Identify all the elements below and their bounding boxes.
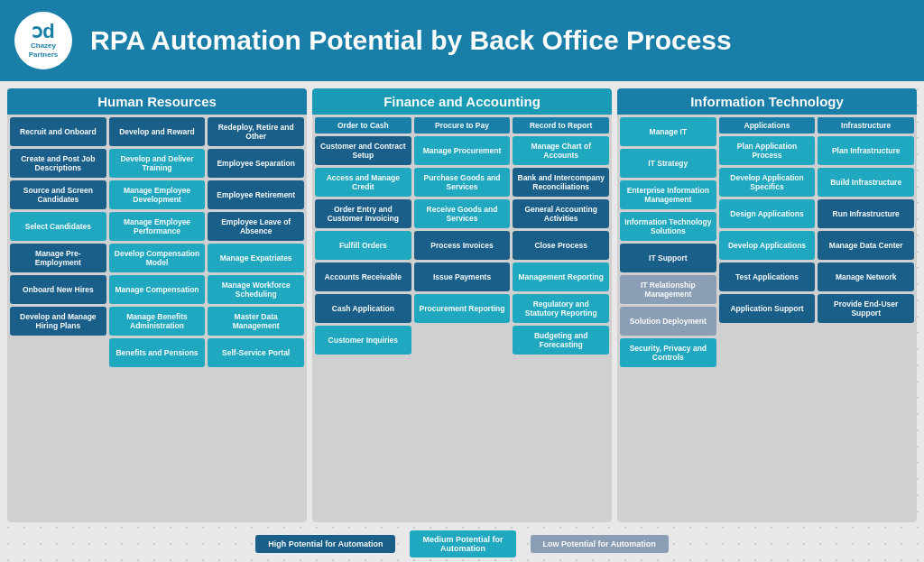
it-build-infra: Build Infrastructure <box>818 168 914 197</box>
fa-customer-contract: Customer and Contract Setup <box>315 136 411 165</box>
section-fa-title: Finance and Accounting <box>312 88 612 115</box>
it-solutions: Information Technology Solutions <box>620 212 716 241</box>
hr-benefits-pensions: Benefits and Pensions <box>109 338 206 367</box>
fa-regulatory: Regulatory and Statutory Reporting <box>513 294 609 323</box>
section-it: Information Technology Manage IT IT Stra… <box>617 88 917 522</box>
it-infra-header: Infrastructure <box>818 117 914 134</box>
it-col-1: Manage IT IT Strategy Enterprise Informa… <box>620 117 716 520</box>
fa-cash-application: Cash Application <box>315 294 411 323</box>
it-support: IT Support <box>620 244 716 272</box>
legend-low: Low Potential for Automation <box>531 535 669 553</box>
hr-employee-sep: Employee Separation <box>208 149 304 178</box>
fa-col-1: Order to Cash Customer and Contract Setu… <box>315 117 411 520</box>
logo-text: ChazeyPartners <box>29 41 58 59</box>
hr-manage-pre: Manage Pre-Employment <box>10 244 106 272</box>
it-col-2: Applications Plan Application Process De… <box>719 117 816 520</box>
hr-develop-comp-model: Develop Compensation Model <box>109 244 206 272</box>
hr-employee-retire: Employee Retirement <box>208 180 304 209</box>
fa-fulfill-orders: Fulfill Orders <box>315 231 411 260</box>
hr-select-candidates: Select Candidates <box>10 212 106 241</box>
fa-purchase-goods: Purchase Goods and Services <box>414 168 511 197</box>
hr-manage-employee-dev: Manage Employee Development <box>109 180 206 209</box>
it-relationship: IT Relationship Management <box>620 275 716 304</box>
hr-manage-comp: Manage Compensation <box>109 275 206 304</box>
fa-bank-recon: Bank and Intercompany Reconciliations <box>513 168 609 197</box>
section-hr-title: Human Resources <box>7 88 307 115</box>
section-it-body: Manage IT IT Strategy Enterprise Informa… <box>617 115 917 522</box>
logo: ↄd ChazeyPartners <box>14 12 72 69</box>
hr-employee-leave: Employee Leave of Absence <box>208 212 304 241</box>
fa-issue-payments: Issue Payments <box>414 263 511 291</box>
hr-col-3: Redeploy, Retire and Other Employee Sepa… <box>208 117 304 520</box>
hr-create-post: Create and Post Job Descriptions <box>10 149 106 178</box>
it-manage-network: Manage Network <box>818 263 914 291</box>
hr-develop-manage-hiring: Develop and Manage Hiring Plans <box>10 307 106 336</box>
fa-customer-inquiries: Customer Inquiries <box>315 326 411 355</box>
fa-col-2: Procure to Pay Manage Procurement Purcha… <box>414 117 511 520</box>
hr-develop-deliver: Develop and Deliver Training <box>109 149 206 178</box>
fa-access-manage-credit: Access and Manage Credit <box>315 168 411 197</box>
hr-develop-reward: Develop and Reward <box>109 117 206 146</box>
fa-close-process: Close Process <box>513 231 609 260</box>
fa-accounts-receivable: Accounts Receivable <box>315 263 411 291</box>
hr-master-data: Master Data Management <box>208 307 304 336</box>
hr-col-2: Develop and Reward Develop and Deliver T… <box>109 117 206 520</box>
it-manage-dc: Manage Data Center <box>818 231 914 260</box>
header: ↄd ChazeyPartners RPA Automation Potenti… <box>0 0 924 81</box>
fa-order-entry: Order Entry and Customer Invoicing <box>315 199 411 228</box>
it-col-3: Infrastructure Plan Infrastructure Build… <box>818 117 914 520</box>
fa-p2p-header: Procure to Pay <box>414 117 511 134</box>
hr-self-service: Self-Service Portal <box>208 338 304 367</box>
it-strategy: IT Strategy <box>620 149 716 178</box>
footer-legend: High Potential for Automation Medium Pot… <box>0 526 924 562</box>
legend-high: High Potential for Automation <box>255 535 395 553</box>
fa-manage-chart: Manage Chart of Accounts <box>513 136 609 165</box>
fa-receive-goods: Receive Goods and Services <box>414 199 511 228</box>
fa-budgeting: Budgeting and Forecasting <box>513 326 609 355</box>
it-end-user-support: Provide End-User Support <box>818 294 914 323</box>
it-apps-header: Applications <box>719 117 816 134</box>
fa-o2c-header: Order to Cash <box>315 117 411 134</box>
it-security: Security, Privacy and Controls <box>620 338 716 367</box>
fa-col-3: Record to Report Manage Chart of Account… <box>513 117 609 520</box>
hr-redeploy: Redeploy, Retire and Other <box>208 117 304 146</box>
it-develop-apps: Develop Applications <box>719 231 816 260</box>
page-wrapper: ↄd ChazeyPartners RPA Automation Potenti… <box>0 0 924 562</box>
section-fa-body: Order to Cash Customer and Contract Setu… <box>312 115 612 522</box>
fa-manage-procurement: Manage Procurement <box>414 136 511 165</box>
fa-mgmt-reporting: Management Reporting <box>513 263 609 291</box>
logo-icon: ↄd <box>32 22 54 41</box>
page-title: RPA Automation Potential by Back Office … <box>90 25 732 56</box>
section-fa: Finance and Accounting Order to Cash Cus… <box>312 88 612 522</box>
section-hr-body: Recruit and Onboard Create and Post Job … <box>7 115 307 522</box>
it-enterprise-info: Enterprise Information Management <box>620 180 716 209</box>
hr-col-1: Recruit and Onboard Create and Post Job … <box>10 117 106 520</box>
it-manage-it: Manage IT <box>620 117 716 146</box>
it-plan-app: Plan Application Process <box>719 136 816 165</box>
hr-workforce-sched: Manage Workforce Scheduling <box>208 275 304 304</box>
fa-procurement-reporting: Procurement Reporting <box>414 294 511 323</box>
legend-medium: Medium Potential forAutomation <box>410 530 515 557</box>
it-app-support: Application Support <box>719 294 816 323</box>
fa-process-invoices: Process Invoices <box>414 231 511 260</box>
main-content: Human Resources Recruit and Onboard Crea… <box>0 81 924 526</box>
it-test-apps: Test Applications <box>719 263 816 291</box>
it-plan-infra: Plan Infrastructure <box>818 136 914 165</box>
section-it-title: Information Technology <box>617 88 917 115</box>
hr-manage-expats: Manage Expatriates <box>208 244 304 272</box>
fa-r2r-header: Record to Report <box>513 117 609 134</box>
it-solution-deploy: Solution Deployment <box>620 307 716 336</box>
it-develop-app-spec: Develop Application Specifics <box>719 168 816 197</box>
fa-general-accounting: General Accounting Activities <box>513 199 609 228</box>
it-run-infra: Run Infrastructure <box>818 199 914 228</box>
hr-manage-benefits: Manage Benefits Administration <box>109 307 206 336</box>
hr-onboard-new: Onboard New Hires <box>10 275 106 304</box>
it-design-apps: Design Applications <box>719 199 816 228</box>
hr-recruit-onboard: Recruit and Onboard <box>10 117 106 146</box>
hr-manage-employee-perf: Manage Employee Performance <box>109 212 206 241</box>
hr-source-screen: Source and Screen Candidates <box>10 180 106 209</box>
section-hr: Human Resources Recruit and Onboard Crea… <box>7 88 307 522</box>
